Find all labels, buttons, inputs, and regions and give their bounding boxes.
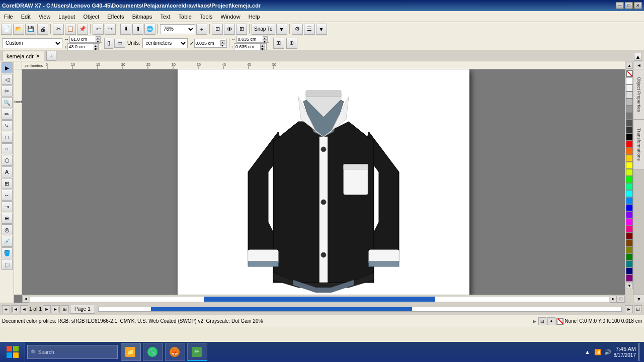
eyedropper-tool[interactable]: 💉: [2, 236, 13, 247]
options-button[interactable]: ⚙: [292, 24, 303, 35]
color-swatch[interactable]: [626, 211, 633, 218]
taskbar-search[interactable]: 🔍 Search: [27, 345, 118, 359]
taskbar-ccleaner[interactable]: 🔧: [143, 343, 163, 361]
fill-tool[interactable]: 🪣: [2, 247, 13, 258]
scroll-left-btn[interactable]: ◄: [22, 296, 29, 303]
color-swatch[interactable]: [626, 267, 633, 275]
undo-button[interactable]: ↩: [93, 24, 104, 35]
scroll-up-button[interactable]: ▲: [634, 53, 642, 61]
interactive-fill-tool[interactable]: ⬚: [2, 259, 13, 270]
height-down[interactable]: ▼: [94, 47, 99, 50]
show-hidden-icons[interactable]: ▲: [584, 348, 592, 356]
prev-page-button[interactable]: ◄: [20, 305, 28, 313]
clock-display[interactable]: 7:45 AM 8/17/2017: [614, 346, 636, 358]
snap-to-button[interactable]: Snap To: [252, 24, 275, 35]
y-down[interactable]: ▼: [260, 47, 265, 50]
horizontal-scrollbar[interactable]: ◄ ► ⊡: [22, 295, 625, 303]
crop-tool[interactable]: ✂: [2, 85, 13, 97]
text-tool[interactable]: A: [2, 166, 13, 177]
landscape-button[interactable]: ▭: [114, 39, 125, 48]
start-button[interactable]: [0, 342, 25, 362]
menu-text[interactable]: Text: [156, 13, 174, 21]
cut-button[interactable]: ✂: [53, 24, 64, 35]
zoom-level-select[interactable]: 76%: [160, 24, 195, 34]
palette-scroll-up[interactable]: ▲: [626, 62, 633, 69]
color-swatch[interactable]: [626, 169, 633, 176]
width-down[interactable]: ▼: [96, 39, 101, 42]
color-swatch[interactable]: [626, 92, 633, 99]
color-swatch[interactable]: [626, 84, 633, 92]
taskbar-file-explorer[interactable]: 📁: [121, 343, 141, 361]
select-tool[interactable]: ▶: [2, 62, 13, 73]
network-icon[interactable]: 📶: [594, 348, 602, 356]
add-page-button[interactable]: ⊕: [286, 38, 297, 49]
color-swatch[interactable]: [626, 204, 633, 211]
zoom-fit-btn[interactable]: ⊡: [617, 296, 625, 303]
units-select[interactable]: centimeters: [142, 38, 188, 48]
zoom-tool[interactable]: 🔍: [2, 97, 13, 108]
page-scrollbar[interactable]: [98, 307, 622, 312]
freehand-tool[interactable]: ✏: [2, 109, 13, 120]
blend-tool[interactable]: ⊕: [2, 213, 13, 224]
palette-scroll-down[interactable]: ▼: [626, 282, 633, 289]
print-button[interactable]: 🖨: [37, 24, 48, 35]
transparency-tool[interactable]: ◎: [2, 224, 13, 235]
maximize-button[interactable]: □: [625, 2, 633, 9]
x-coord-input[interactable]: 0.635 cm ▲ ▼: [236, 36, 269, 43]
color-swatch[interactable]: [626, 77, 633, 84]
collapse-panel-button[interactable]: ◄: [633, 61, 644, 69]
color-swatch[interactable]: [626, 113, 633, 120]
menu-edit[interactable]: Edit: [17, 13, 35, 21]
connector-tool[interactable]: ⊸: [2, 201, 13, 212]
transform-button[interactable]: ⊞: [273, 38, 284, 49]
color-swatch[interactable]: [626, 148, 633, 155]
redo-button[interactable]: ↪: [105, 24, 116, 35]
color-swatch[interactable]: [626, 106, 633, 113]
menu-file[interactable]: File: [0, 13, 17, 21]
menu-window[interactable]: Window: [217, 13, 245, 21]
palette-none[interactable]: [626, 70, 633, 77]
color-swatch[interactable]: [626, 275, 633, 282]
width-input[interactable]: 61.0 cm ▲ ▼: [69, 36, 102, 43]
color-swatch[interactable]: [626, 183, 633, 190]
nudge-input[interactable]: 0.025 cm ▲ ▼: [194, 39, 227, 48]
color-swatch[interactable]: [626, 232, 633, 239]
options2-button[interactable]: ☰: [304, 24, 315, 35]
options3-button[interactable]: ▼: [316, 24, 327, 35]
close-button[interactable]: ✕: [634, 2, 642, 9]
menu-layout[interactable]: Layout: [54, 13, 79, 21]
full-screen-preview[interactable]: ⊡: [212, 24, 223, 35]
height-input[interactable]: 43.0 cm ▲ ▼: [67, 43, 100, 50]
color-swatch[interactable]: [626, 218, 633, 225]
tab-view-button[interactable]: ⊞: [61, 305, 69, 313]
h-scroll-thumb[interactable]: [204, 297, 435, 302]
color-swatch[interactable]: [626, 260, 633, 267]
smart-draw-tool[interactable]: ⤷: [2, 120, 13, 131]
color-swatch[interactable]: [626, 176, 633, 183]
menu-help[interactable]: Help: [245, 13, 264, 21]
first-page-button[interactable]: |◄: [11, 305, 19, 313]
portrait-button[interactable]: ▯: [104, 38, 113, 49]
publish-button[interactable]: 🌐: [144, 24, 155, 35]
menu-table[interactable]: Table: [175, 13, 196, 21]
color-swatch[interactable]: [626, 253, 633, 260]
import-button[interactable]: ⬇: [120, 24, 131, 35]
x-down[interactable]: ▼: [263, 39, 268, 42]
tab-close-button[interactable]: ✕: [36, 53, 40, 59]
view-button[interactable]: 👁: [224, 24, 235, 35]
next-page-button[interactable]: ►: [43, 305, 51, 313]
color-swatch[interactable]: [626, 134, 633, 141]
new-tab-button[interactable]: +: [46, 51, 56, 61]
color-swatch[interactable]: [626, 197, 633, 204]
color-swatch[interactable]: [626, 99, 633, 106]
paste-button[interactable]: 📌: [77, 24, 88, 35]
color-swatch[interactable]: [626, 190, 633, 197]
open-button[interactable]: 📂: [13, 24, 24, 35]
zoom-in-button[interactable]: +: [196, 24, 207, 35]
y-coord-input[interactable]: 0.635 cm ▲ ▼: [234, 43, 267, 50]
dimension-tool[interactable]: ↔: [2, 190, 13, 201]
add-page-button[interactable]: +: [2, 305, 10, 313]
menu-bitmaps[interactable]: Bitmaps: [128, 13, 156, 21]
color-swatch[interactable]: [626, 127, 633, 134]
last-page-button[interactable]: ►|: [52, 305, 60, 313]
